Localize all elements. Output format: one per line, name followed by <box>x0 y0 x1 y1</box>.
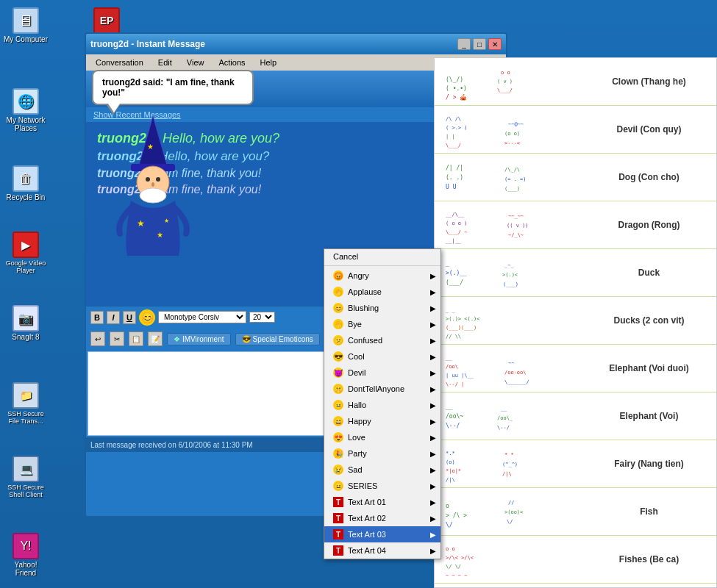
textart03-icon: T <box>333 529 343 539</box>
ctx-sad[interactable]: 😢 Sad ▶ <box>324 462 440 478</box>
textart04-icon: T <box>333 545 343 556</box>
cut-button[interactable]: ✂ <box>110 331 124 346</box>
ctx-cool[interactable]: 😎 Cool ▶ <box>324 348 440 365</box>
emo-row-duck[interactable]: _ >(.)__ (___/ _~_ >(.)< (___) Duck <box>435 249 716 297</box>
desktop-icon-ssh-ftp[interactable]: 📁 SSH Secure File Trans... <box>4 382 48 425</box>
svg-text:U U: U U <box>446 184 457 190</box>
ctx-blushing[interactable]: 😊 Blushing ▶ <box>324 300 440 316</box>
desktop-icon-snagit[interactable]: 📷 SnagIt 8 <box>4 305 48 341</box>
svg-text:(^_^): (^_^) <box>502 462 518 467</box>
bold-button[interactable]: B <box>90 311 104 324</box>
svg-text:\___/ ~: \___/ ~ <box>446 229 468 235</box>
applause-icon: 👏 <box>333 287 343 297</box>
maximize-button[interactable]: □ <box>473 38 486 50</box>
menu-edit[interactable]: Edit <box>151 56 179 69</box>
ctx-series[interactable]: 😐 SERIES ▶ <box>324 478 440 494</box>
ctx-confused[interactable]: 😕 Confused ▶ <box>324 332 440 348</box>
svg-text:(___): (___) <box>503 282 518 287</box>
cool-icon: 😎 <box>333 351 343 362</box>
close-button[interactable]: ✕ <box>488 38 502 50</box>
svg-text:| uu |\__: | uu |\__ <box>446 373 474 379</box>
emo-row-dragon[interactable]: __/\__ ( o o ) \___/ ~ __|__ ~~_~~ (( v … <box>435 201 716 249</box>
copy-button[interactable]: 📋 <box>129 331 143 346</box>
svg-text:(___)(___): (___)(___) <box>446 325 477 331</box>
svg-text:(o o): (o o) <box>504 131 520 137</box>
desktop-icon-my-computer[interactable]: 🖥 My Computer <box>4 7 48 43</box>
ctx-textart04[interactable]: T Text Art 04 ▶ <box>324 542 440 559</box>
svg-text:\--/: \--/ <box>497 425 510 431</box>
devil-icon: 😈 <box>333 368 343 378</box>
undo-button[interactable]: ↩ <box>90 331 105 346</box>
desktop-icon-yahoo[interactable]: Y! Yahoo! Friend <box>4 533 48 577</box>
svg-text://: // <box>508 500 514 506</box>
menu-help[interactable]: Help <box>254 56 284 69</box>
svg-marker-0 <box>138 116 168 168</box>
ctx-bye[interactable]: 👋 Bye ▶ <box>324 316 440 332</box>
underline-button[interactable]: U <box>123 311 136 324</box>
svg-text:o: o <box>446 503 449 509</box>
desktop-icon-recycle[interactable]: 🗑 Recycle Bin <box>4 165 48 201</box>
svg-text:(___/: (___/ <box>446 279 463 286</box>
emo-row-devil[interactable]: /\ /\ ( >.> ) | | \___/ ~~@~~ (o o) >---… <box>435 106 716 154</box>
ctx-textart02[interactable]: T Text Art 02 ▶ <box>324 510 440 526</box>
svg-text:~/_\~: ~/_\~ <box>508 232 524 238</box>
textart02-icon: T <box>333 513 343 523</box>
emo-row-clown[interactable]: (\_/) ( •.•) / > 🎪 o o ( v ) \___/ Clown… <box>435 58 716 106</box>
svg-text:~~: ~~ <box>508 360 514 366</box>
ctx-happy[interactable]: 😄 Happy ▶ <box>324 413 440 429</box>
svg-text:>(oo)<: >(oo)< <box>504 509 523 515</box>
special-emoticons-button[interactable]: 😎 Special Emoticons <box>235 333 320 345</box>
emo-row-dog[interactable]: /| /| (. .) U U /\_/\ (= . =) (___) Dog … <box>435 154 716 201</box>
desktop-icon-my-network[interactable]: 🌐 My Network Places <box>4 88 48 132</box>
svg-text:(o): (o) <box>446 459 455 465</box>
ctx-devil[interactable]: 😈 Devil ▶ <box>324 365 440 381</box>
svg-text:/oo\_: /oo\_ <box>497 415 513 421</box>
emo-row-fairy[interactable]: *.* (o) *|o|* /|\ * * (^_^) /|\ Fairy (N… <box>435 440 716 488</box>
menu-conversation[interactable]: Conversation <box>89 56 150 69</box>
emo-row-fish[interactable]: o > /\ > \/ // >(oo)< \/ Fish <box>435 488 716 536</box>
menu-actions[interactable]: Actions <box>212 56 252 69</box>
svg-text:\--/   |: \--/ | <box>446 381 464 387</box>
ctx-textart01[interactable]: T Text Art 01 ▶ <box>324 494 440 510</box>
emo-row-elephant[interactable]: __ /oo\~ \--/ __ /oo\_ \--/ Elephant (Vo… <box>435 392 716 440</box>
emo-row-elephant-duoi[interactable]: __ /oo\ | uu |\__ \--/ | ~~ /oo-oo\ \___… <box>435 345 716 392</box>
smiley-button[interactable]: 😊 <box>139 309 155 326</box>
svg-text:/| /|: /| /| <box>446 165 463 171</box>
svg-point-5 <box>156 177 160 182</box>
font-select[interactable]: Monotype Corsiv <box>158 311 246 323</box>
desktop-icon-ssh-shell[interactable]: 💻 SSH Secure Shell Client <box>4 456 48 498</box>
desktop-icon-google-video[interactable]: ▶ Google Video Player <box>4 232 48 274</box>
svg-text:>/\< >/\<: >/\< >/\< <box>446 555 474 561</box>
party-icon: 🎉 <box>333 448 343 459</box>
emo-row-ducks2[interactable]: _ _ >(.)> <(.)< (___)(___) // \\ Ducks (… <box>435 297 716 345</box>
svg-text:_~_: _~_ <box>504 262 514 268</box>
ctx-angry[interactable]: 😡 Angry ▶ <box>324 268 440 284</box>
ctx-textart03[interactable]: T Text Art 03 ▶ <box>324 526 440 542</box>
minimize-button[interactable]: _ <box>457 38 471 50</box>
italic-button[interactable]: I <box>107 311 120 324</box>
svg-text:/|\: /|\ <box>502 471 512 477</box>
ctx-party[interactable]: 🎉 Party ▶ <box>324 445 440 462</box>
svg-text:* *: * * <box>504 452 514 458</box>
svg-text:( •.•): ( •.•) <box>446 85 467 92</box>
happy-icon: 😄 <box>333 416 343 426</box>
svg-text:\/   \/: \/ \/ <box>446 564 461 570</box>
paste-button[interactable]: 📝 <box>148 331 163 346</box>
svg-text:>(.)<: >(.)< <box>502 272 518 278</box>
ctx-cancel[interactable]: Cancel <box>324 249 440 264</box>
svg-point-6 <box>151 182 154 187</box>
sad-icon: 😢 <box>333 465 343 475</box>
svg-text:_: _ <box>446 260 449 267</box>
ctx-donttell[interactable]: 🤫 DontTellAnyone ▶ <box>324 381 440 397</box>
size-select[interactable]: 20 <box>249 312 275 323</box>
love-icon: 😍 <box>333 432 343 442</box>
svg-text:/ > 🎪: / > 🎪 <box>446 93 467 101</box>
ctx-hallo[interactable]: 😐 Hallo ▶ <box>324 397 440 413</box>
svg-text:\______/: \______/ <box>504 379 529 385</box>
emo-row-fishes[interactable]: o o >/\< >/\< \/ \/ ~ ~ ~ ~ Fishes (Be c… <box>435 536 716 584</box>
menu-view[interactable]: View <box>180 56 211 69</box>
imvironment-button[interactable]: ❖ IMVironment <box>167 333 231 345</box>
ctx-love[interactable]: 😍 Love ▶ <box>324 429 440 445</box>
ctx-applause[interactable]: 👏 Applause ▶ <box>324 284 440 300</box>
svg-text:__: __ <box>501 406 507 412</box>
